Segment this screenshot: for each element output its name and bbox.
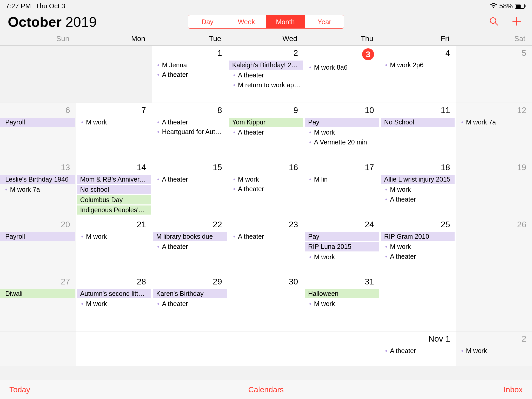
event[interactable]: Leslie's Birthday 1946 xyxy=(0,175,75,184)
day-cell[interactable]: Nov 1A theater xyxy=(380,331,456,366)
event[interactable]: A theater xyxy=(380,346,456,355)
event[interactable]: M work xyxy=(304,299,380,308)
event[interactable]: A theater xyxy=(152,175,228,184)
day-cell[interactable]: 7M work xyxy=(76,103,152,160)
event[interactable]: M work xyxy=(304,252,380,262)
day-cell[interactable]: 26 xyxy=(456,217,532,274)
day-cell[interactable]: 10PayM workA Vermette 20 min xyxy=(304,103,380,160)
event[interactable]: A theater xyxy=(228,128,304,137)
event[interactable]: A theater xyxy=(228,184,304,194)
seg-week[interactable]: Week xyxy=(227,15,266,28)
day-cell[interactable]: 9Yom KippurA theater xyxy=(228,103,304,160)
event[interactable]: M work xyxy=(380,242,456,251)
day-cell[interactable]: 24PayRIP Luna 2015M work xyxy=(304,217,380,274)
event[interactable]: A theater xyxy=(380,195,456,204)
event[interactable]: Indigenous Peoples'… xyxy=(77,205,151,215)
day-cell[interactable]: 14Mom & RB's Annivers…No schoolColumbus … xyxy=(76,160,152,217)
day-cell[interactable]: 21M work xyxy=(76,217,152,274)
seg-year[interactable]: Year xyxy=(305,15,344,28)
event[interactable]: A theater xyxy=(152,70,228,79)
day-cell[interactable] xyxy=(0,331,76,366)
event[interactable]: M return to work app… xyxy=(228,81,304,90)
event[interactable]: M work xyxy=(76,232,152,241)
day-cell[interactable]: 11No School xyxy=(380,103,456,160)
event[interactable]: Payroll xyxy=(0,118,75,127)
search-icon[interactable] xyxy=(489,16,499,27)
event[interactable]: A theater xyxy=(152,299,228,308)
day-cell[interactable]: 23A theater xyxy=(228,217,304,274)
today-button[interactable]: Today xyxy=(9,385,30,394)
event[interactable]: Pay xyxy=(305,232,379,241)
event[interactable]: Yom Kippur xyxy=(229,118,303,127)
event[interactable]: M work 7a xyxy=(0,185,76,194)
day-cell[interactable]: 28Autumn's second litte…M work xyxy=(76,274,152,331)
event[interactable]: Autumn's second litte… xyxy=(77,289,151,298)
event[interactable]: Pay xyxy=(305,118,379,127)
day-cell[interactable]: 22M library books dueA theater xyxy=(152,217,228,274)
day-cell[interactable]: 15A theater xyxy=(152,160,228,217)
event[interactable]: Heartguard for Autumn xyxy=(152,127,228,136)
day-cell[interactable]: 20Payroll xyxy=(0,217,76,274)
day-cell[interactable]: 31HalloweenM work xyxy=(304,274,380,331)
day-cell[interactable]: 1M JennaA theater xyxy=(152,46,228,103)
event[interactable]: Halloween xyxy=(305,289,379,298)
event[interactable]: M work xyxy=(228,175,304,184)
event[interactable]: M Jenna xyxy=(152,61,228,70)
event[interactable]: No school xyxy=(77,185,151,194)
event[interactable]: No School xyxy=(381,118,455,127)
day-cell[interactable] xyxy=(380,274,456,331)
day-cell[interactable]: 8A theaterHeartguard for Autumn xyxy=(152,103,228,160)
event[interactable]: A theater xyxy=(152,118,228,127)
day-cell[interactable] xyxy=(228,331,304,366)
event[interactable]: M work xyxy=(76,299,152,308)
event[interactable]: A theater xyxy=(380,252,456,261)
day-cell[interactable]: 18Allie L wrist injury 2015M workA theat… xyxy=(380,160,456,217)
event[interactable]: M lin xyxy=(304,175,380,184)
day-cell[interactable] xyxy=(76,331,152,366)
day-cell[interactable]: 12M work 7a xyxy=(456,103,532,160)
event[interactable]: Karen's Birthday xyxy=(153,289,227,298)
day-cell[interactable]: 4M work 2p6 xyxy=(380,46,456,103)
day-cell[interactable] xyxy=(0,46,76,103)
event[interactable]: A theater xyxy=(228,232,304,241)
event[interactable]: M work xyxy=(304,128,380,137)
calendars-button[interactable]: Calendars xyxy=(248,385,284,394)
event[interactable]: M work 8a6 xyxy=(304,63,380,72)
day-cell[interactable]: 5 xyxy=(456,46,532,103)
day-cell[interactable]: 13Leslie's Birthday 1946M work 7a xyxy=(0,160,76,217)
day-cell[interactable]: 30 xyxy=(228,274,304,331)
day-cell[interactable] xyxy=(152,331,228,366)
event[interactable]: M library books due xyxy=(153,232,227,241)
event[interactable]: Columbus Day xyxy=(77,195,151,204)
day-cell[interactable] xyxy=(76,46,152,103)
day-cell[interactable]: 27Diwali xyxy=(0,274,76,331)
event[interactable]: M work 2p6 xyxy=(380,61,456,70)
event[interactable]: M work xyxy=(456,346,532,355)
day-cell[interactable]: 25RIP Gram 2010M workA theater xyxy=(380,217,456,274)
event[interactable]: A theater xyxy=(228,71,304,80)
event[interactable]: M work xyxy=(76,118,152,127)
add-icon[interactable] xyxy=(512,16,522,27)
day-cell[interactable]: 2M work xyxy=(456,331,532,366)
event[interactable]: RIP Gram 2010 xyxy=(381,232,455,241)
event[interactable]: Kaleigh's Birthday! 20… xyxy=(229,61,303,70)
event[interactable]: A Vermette 20 min xyxy=(304,138,380,147)
day-cell[interactable]: 19 xyxy=(456,160,532,217)
event[interactable]: Mom & RB's Annivers… xyxy=(77,175,151,184)
event[interactable]: M work xyxy=(380,185,456,194)
event[interactable]: M work 7a xyxy=(456,118,532,127)
day-cell[interactable] xyxy=(456,274,532,331)
seg-day[interactable]: Day xyxy=(188,15,227,28)
event[interactable]: Allie L wrist injury 2015 xyxy=(381,175,455,184)
event[interactable]: Payroll xyxy=(0,232,75,241)
day-cell[interactable]: 2Kaleigh's Birthday! 20…A theaterM retur… xyxy=(228,46,304,103)
inbox-button[interactable]: Inbox xyxy=(504,385,523,394)
day-cell[interactable]: 17M lin xyxy=(304,160,380,217)
day-cell[interactable]: 6Payroll xyxy=(0,103,76,160)
event[interactable]: A theater xyxy=(152,242,228,251)
event[interactable]: Diwali xyxy=(0,289,75,298)
seg-month[interactable]: Month xyxy=(266,15,305,28)
event[interactable]: RIP Luna 2015 xyxy=(305,242,379,251)
day-cell[interactable]: 16M workA theater xyxy=(228,160,304,217)
day-cell[interactable]: 29Karen's BirthdayA theater xyxy=(152,274,228,331)
